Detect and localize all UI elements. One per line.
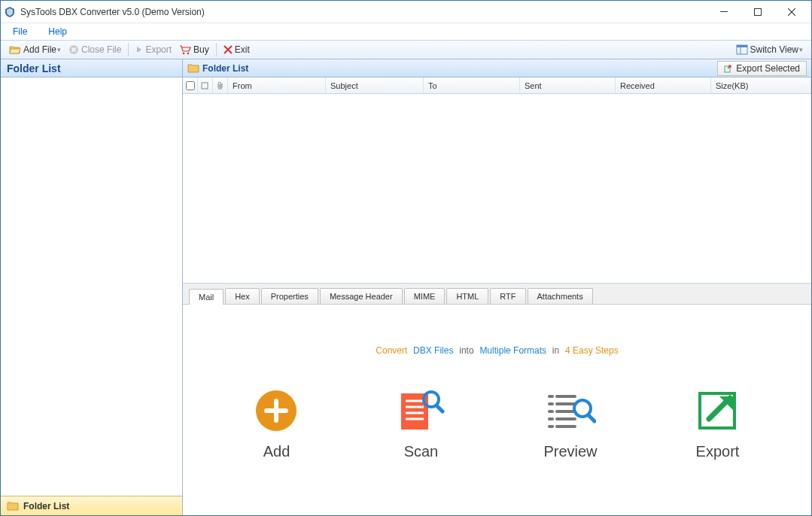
window-controls: [707, 2, 808, 23]
select-all-checkbox[interactable]: [186, 81, 195, 90]
folder-open-icon: [9, 44, 21, 55]
promo-word-in: in: [552, 345, 559, 356]
export-selected-label: Export Selected: [736, 63, 800, 74]
toolbar-separator: [216, 43, 217, 56]
export-selected-icon: [724, 64, 733, 73]
tab-properties[interactable]: Properties: [261, 288, 318, 304]
switch-view-label: Switch View: [750, 44, 798, 55]
folder-list-header: Folder List: [1, 59, 182, 77]
exit-x-icon: [224, 45, 233, 54]
preview-tabs: Mail Hex Properties Message Header MIME …: [183, 284, 811, 305]
minimize-button[interactable]: [707, 2, 741, 23]
svg-rect-9: [202, 83, 208, 89]
shopping-cart-icon: [179, 44, 191, 55]
close-file-label: Close File: [81, 44, 121, 55]
titlebar: SysTools DBX Converter v5.0 (Demo Versio…: [1, 1, 811, 23]
step-preview: Preview: [543, 389, 597, 460]
dropdown-arrow-icon: ▾: [799, 46, 803, 53]
svg-line-17: [436, 405, 442, 411]
left-panel: Folder List Folder List: [1, 59, 183, 515]
svg-rect-1: [754, 8, 761, 15]
step-scan: Scan: [397, 389, 445, 460]
plus-circle-icon: [254, 389, 298, 433]
col-from[interactable]: From: [228, 77, 326, 93]
svg-rect-6: [737, 45, 747, 47]
folder-list-footer[interactable]: Folder List: [1, 496, 182, 515]
exit-label: Exit: [235, 44, 250, 55]
buy-button[interactable]: Buy: [175, 43, 213, 56]
export-arrow-box-icon: [695, 389, 739, 433]
col-received[interactable]: Received: [616, 77, 711, 93]
tab-mime[interactable]: MIME: [404, 288, 446, 304]
folder-list-footer-label: Folder List: [23, 501, 69, 511]
menu-help[interactable]: Help: [44, 25, 71, 38]
export-selected-button[interactable]: Export Selected: [717, 61, 807, 76]
menu-file[interactable]: File: [8, 25, 32, 38]
step-add: Add: [254, 389, 298, 460]
tab-mail[interactable]: Mail: [189, 289, 224, 305]
tab-hex[interactable]: Hex: [225, 288, 260, 304]
add-file-button[interactable]: Add File ▾: [5, 43, 65, 56]
step-export-label: Export: [696, 443, 740, 460]
promo-word-steps: 4 Easy Steps: [565, 345, 619, 356]
col-read-icon[interactable]: [198, 77, 213, 93]
switch-view-button[interactable]: Switch View ▾: [732, 43, 807, 56]
promo-title: Convert DBX Files into Multiple Formats …: [376, 335, 618, 359]
step-scan-label: Scan: [404, 443, 439, 460]
mail-list-header: Folder List Export Selected: [183, 59, 811, 77]
app-icon: [4, 6, 16, 18]
col-attachment-icon[interactable]: [213, 77, 228, 93]
col-sent[interactable]: Sent: [520, 77, 616, 93]
export-label: Export: [145, 44, 172, 55]
toolbar-separator: [128, 43, 129, 56]
tab-html[interactable]: HTML: [446, 288, 488, 304]
promo-area: Convert DBX Files into Multiple Formats …: [183, 305, 811, 515]
promo-word-formats: Multiple Formats: [479, 345, 546, 356]
export-button[interactable]: Export: [132, 43, 175, 56]
svg-rect-0: [720, 11, 728, 12]
close-button[interactable]: [774, 2, 808, 23]
step-add-label: Add: [263, 443, 290, 460]
window-title: SysTools DBX Converter v5.0 (Demo Versio…: [20, 7, 707, 17]
promo-word-dbx: DBX Files: [413, 345, 453, 356]
folder-icon: [7, 501, 19, 511]
col-checkbox[interactable]: [183, 77, 198, 93]
dropdown-arrow-icon: ▾: [57, 46, 61, 53]
svg-point-4: [187, 53, 190, 55]
tab-message-header[interactable]: Message Header: [320, 288, 403, 304]
layout-icon: [736, 44, 748, 55]
document-search-icon: [397, 389, 445, 433]
export-arrow-icon: [135, 45, 143, 54]
buy-label: Buy: [193, 44, 209, 55]
mail-grid-header: From Subject To Sent Received Size(KB): [183, 77, 811, 94]
main-area: Folder List Folder List Folder List Expo…: [1, 59, 811, 515]
right-panel: Folder List Export Selected From Subject…: [183, 59, 811, 515]
tab-rtf[interactable]: RTF: [490, 288, 525, 304]
col-subject[interactable]: Subject: [326, 77, 424, 93]
folder-tree[interactable]: [1, 77, 182, 496]
close-file-button[interactable]: Close File: [65, 43, 125, 56]
menubar: File Help: [1, 23, 811, 40]
col-to[interactable]: To: [424, 77, 520, 93]
page-icon: [201, 82, 209, 90]
svg-line-29: [588, 415, 595, 421]
promo-word-into: into: [459, 345, 473, 356]
exit-button[interactable]: Exit: [220, 43, 254, 56]
svg-point-3: [183, 53, 185, 55]
step-preview-label: Preview: [543, 443, 597, 460]
list-search-icon: [545, 389, 596, 433]
step-export: Export: [695, 389, 739, 460]
col-size[interactable]: Size(KB): [711, 77, 811, 93]
tab-attachments[interactable]: Attachments: [528, 288, 593, 304]
toolbar: Add File ▾ Close File Export Buy Exit Sw…: [1, 40, 811, 59]
paperclip-icon: [217, 81, 224, 90]
add-file-label: Add File: [23, 44, 56, 55]
maximize-button[interactable]: [741, 2, 774, 23]
mail-list-header-label: Folder List: [202, 63, 248, 74]
close-file-icon: [68, 44, 79, 55]
promo-word-convert: Convert: [376, 345, 407, 356]
promo-steps: Add Scan: [183, 389, 811, 460]
mail-grid-body[interactable]: [183, 94, 811, 284]
folder-icon: [187, 63, 199, 73]
